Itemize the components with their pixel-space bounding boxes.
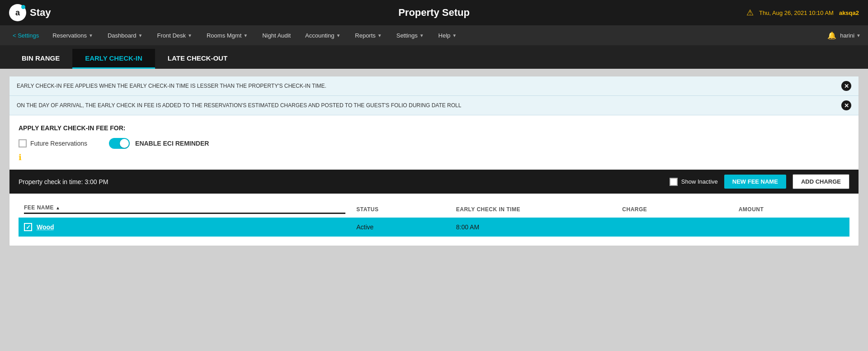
nav-bar: < Settings Reservations ▼ Dashboard ▼ Fr… [0, 25, 868, 45]
banner-close-1[interactable]: ✕ [841, 81, 851, 91]
apply-section: APPLY EARLY CHECK-IN FEE FOR: Future Res… [9, 115, 859, 170]
toolbar: Property check in time: 3:00 PM Show Ina… [9, 170, 859, 194]
tabs-bar: BIN RANGE EARLY CHECK-IN LATE CHECK-OUT [0, 45, 868, 69]
logo-dot [21, 5, 25, 9]
nav-item-reports[interactable]: Reports ▼ [349, 29, 388, 42]
bell-icon[interactable]: 🔔 [827, 31, 836, 40]
header-datetime: Thu, Aug 26, 2021 10:10 AM [759, 9, 834, 16]
nav-item-help[interactable]: Help ▼ [432, 29, 463, 42]
col-header-fee-name: FEE NAME ▲ [19, 201, 351, 218]
row-checkbox[interactable]: ✓ [24, 223, 32, 231]
add-charge-button[interactable]: ADD CHARGE [793, 174, 849, 189]
chevron-down-icon: ▼ [377, 33, 382, 38]
page-title: Property Setup [398, 7, 470, 19]
row-amount-cell [733, 218, 849, 237]
nav-user-menu[interactable]: harini ▼ [840, 32, 861, 39]
chevron-down-icon: ▼ [452, 33, 457, 38]
toolbar-right: Show Inactive NEW FEE NAME ADD CHARGE [670, 174, 849, 189]
main-content: EARLY CHECK-IN FEE APPLIES WHEN THE EARL… [9, 76, 859, 246]
chevron-down-icon: ▼ [138, 33, 143, 38]
info-banner-1: EARLY CHECK-IN FEE APPLIES WHEN THE EARL… [9, 76, 859, 96]
nav-item-dashboard[interactable]: Dashboard ▼ [101, 29, 149, 42]
nav-item-reservations[interactable]: Reservations ▼ [46, 29, 99, 42]
chevron-down-icon: ▼ [420, 33, 424, 38]
toggle-thumb [120, 139, 129, 148]
row-charge-cell [617, 218, 733, 237]
info-icon: ℹ [19, 153, 22, 162]
tab-late-check-out[interactable]: LATE CHECK-OUT [155, 49, 240, 69]
header-user: aksqa2 [839, 9, 859, 16]
row-eci-time-cell: 8:00 AM [451, 218, 617, 237]
row-fee-name-cell: ✓ Wood [19, 218, 351, 237]
table-row[interactable]: ✓ Wood Active 8:00 AM [19, 218, 849, 237]
chevron-down-icon: ▼ [336, 33, 340, 38]
table-area: FEE NAME ▲ STATUS EARLY CHECK IN TIME CH… [9, 194, 859, 246]
row-status-cell: Active [351, 218, 451, 237]
nav-right: 🔔 harini ▼ [827, 31, 861, 40]
warning-icon: ⚠ [746, 8, 754, 18]
col-header-charge: CHARGE [617, 201, 733, 218]
logo-icon: a [9, 4, 26, 21]
nav-item-frontdesk[interactable]: Front Desk ▼ [151, 29, 198, 42]
nav-back-settings[interactable]: < Settings [7, 32, 44, 39]
checkmark-icon: ✓ [26, 224, 31, 231]
logo-area: a Stay [9, 4, 51, 21]
chevron-down-icon: ▼ [243, 33, 248, 38]
row-checkbox-group: ✓ Wood [24, 223, 345, 231]
app-name: Stay [30, 7, 51, 19]
show-inactive-checkbox[interactable] [670, 178, 678, 186]
col-header-eci-time: EARLY CHECK IN TIME [451, 201, 617, 218]
apply-title: APPLY EARLY CHECK-IN FEE FOR: [19, 124, 849, 132]
chevron-down-icon: ▼ [89, 33, 93, 38]
chevron-down-icon: ▼ [856, 33, 861, 38]
col-header-amount: AMOUNT [733, 201, 849, 218]
nav-item-nightaudit[interactable]: Night Audit [256, 29, 297, 42]
show-inactive-section: Show Inactive [670, 178, 718, 186]
new-fee-name-button[interactable]: NEW FEE NAME [724, 175, 786, 189]
tab-bin-range[interactable]: BIN RANGE [9, 49, 72, 69]
eci-reminder-toggle[interactable] [109, 138, 130, 149]
col-header-status: STATUS [351, 201, 451, 218]
info-banner-2: ON THE DAY OF ARRIVAL, THE EARLY CHECK I… [9, 96, 859, 115]
chevron-down-icon: ▼ [188, 33, 192, 38]
top-header: a Stay Property Setup ⚠ Thu, Aug 26, 202… [0, 0, 868, 25]
banner-close-2[interactable]: ✕ [841, 100, 851, 110]
column-underline [24, 213, 345, 214]
nav-item-accounting[interactable]: Accounting ▼ [299, 29, 347, 42]
nav-item-roomsmgmt[interactable]: Rooms Mgmt ▼ [200, 29, 254, 42]
nav-item-settings[interactable]: Settings ▼ [390, 29, 430, 42]
sort-icon[interactable]: ▲ [56, 205, 60, 210]
eci-reminder-label: ENABLE ECI REMINDER [135, 140, 209, 147]
apply-options: Future Reservations ENABLE ECI REMINDER [19, 138, 849, 149]
header-right: ⚠ Thu, Aug 26, 2021 10:10 AM aksqa2 [746, 8, 859, 18]
future-reservations-option[interactable]: Future Reservations [19, 139, 87, 147]
fee-table: FEE NAME ▲ STATUS EARLY CHECK IN TIME CH… [19, 201, 849, 237]
row-name-link[interactable]: Wood [37, 223, 54, 231]
future-reservations-checkbox[interactable] [19, 139, 27, 147]
eci-reminder-toggle-section: ENABLE ECI REMINDER [109, 138, 209, 149]
tab-early-check-in[interactable]: EARLY CHECK-IN [72, 49, 155, 69]
checkin-time-label: Property check in time: 3:00 PM [19, 178, 108, 185]
